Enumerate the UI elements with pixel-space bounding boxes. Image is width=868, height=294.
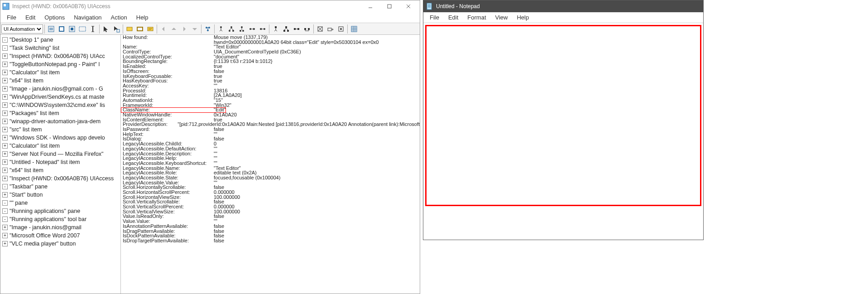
toolbar-flash-icon[interactable]: [315, 24, 325, 34]
expand-icon[interactable]: +: [2, 151, 8, 157]
tree-node[interactable]: -"Task Switching" list: [0, 44, 120, 52]
tree-node[interactable]: +"Inspect (HWND: 0x006A0B76) UIAccess: [0, 174, 120, 183]
property-row[interactable]: IsDropTargetPatternAvailable:false: [121, 238, 420, 243]
expand-icon[interactable]: +: [2, 192, 8, 198]
expand-icon[interactable]: +: [2, 119, 8, 124]
toolbar-watch-focus-icon[interactable]: [67, 24, 77, 34]
property-row[interactable]: Value.IsReadOnly:false: [121, 214, 420, 219]
property-row[interactable]: IsEnabled:true: [121, 64, 420, 69]
expand-icon[interactable]: +: [2, 70, 8, 75]
expand-icon[interactable]: +: [2, 168, 8, 173]
property-row[interactable]: AutomationId:"15": [121, 98, 420, 103]
expand-icon[interactable]: +: [2, 86, 8, 92]
toolbar-action-icon[interactable]: [326, 24, 336, 34]
expand-icon[interactable]: +: [2, 78, 8, 83]
property-row[interactable]: Scroll.VerticalViewSize:100.000000: [121, 209, 420, 214]
toolbar-last-child-icon[interactable]: [237, 24, 247, 34]
maximize-button[interactable]: [380, 1, 399, 11]
tree-node[interactable]: +"Packages" list item: [0, 109, 120, 117]
property-row[interactable]: ProcessId:13816: [121, 88, 420, 93]
expand-icon[interactable]: +: [2, 127, 8, 132]
expand-icon[interactable]: +: [2, 143, 8, 149]
np-menu-view[interactable]: View: [491, 13, 513, 22]
toolbar-focus-icon[interactable]: [336, 24, 346, 34]
menu-help[interactable]: Help: [132, 13, 153, 22]
tree-node[interactable]: +"Image - janukin.nios@gmail.com - G: [0, 85, 120, 93]
expand-icon[interactable]: +: [2, 111, 8, 116]
tree-node[interactable]: +"Windows SDK - Windows app develo: [0, 134, 120, 142]
menu-options[interactable]: Options: [40, 13, 69, 22]
tree-node[interactable]: +"x64" list item: [0, 166, 120, 174]
toolbar-first-child-icon[interactable]: [226, 24, 236, 34]
expand-icon[interactable]: +: [2, 135, 8, 140]
tree-node[interactable]: +"Start" button: [0, 191, 120, 199]
tree-node[interactable]: -"" pane: [0, 199, 120, 207]
menu-navigation[interactable]: Navigation: [69, 13, 106, 22]
toolbar-nav-down-icon[interactable]: [190, 24, 200, 34]
tree-node[interactable]: +"Calculator" list item: [0, 68, 120, 77]
tree-node[interactable]: -"Taskbar" pane: [0, 183, 120, 191]
toolbar-cursor-rect-icon[interactable]: [111, 24, 121, 34]
expand-icon[interactable]: +: [2, 176, 8, 181]
tree-node[interactable]: +"ToggleButtonNotepad.png - Paint" l: [0, 60, 120, 68]
toolbar-next-sibling-icon[interactable]: [247, 24, 257, 34]
close-button[interactable]: [399, 1, 418, 11]
collapse-icon[interactable]: -: [2, 184, 8, 189]
property-row[interactable]: IsAnnotationPatternAvailable:false: [121, 224, 420, 229]
expand-icon[interactable]: +: [2, 62, 8, 67]
tree-node[interactable]: +"Untitled - Notepad" list item: [0, 158, 120, 166]
collapse-icon[interactable]: -: [2, 217, 8, 222]
collapse-icon[interactable]: -: [2, 208, 8, 214]
toolbar-msaa-children-icon[interactable]: [281, 24, 291, 34]
property-row[interactable]: BoundingRectangle:{l:1139 t:63 r:2104 b:…: [121, 59, 420, 64]
property-row[interactable]: HelpText:"": [121, 132, 420, 137]
property-row[interactable]: HasKeyboardFocus:true: [121, 78, 420, 83]
toolbar-msaa-prev-icon[interactable]: [302, 24, 312, 34]
toolbar-msaa-parent-icon[interactable]: [271, 24, 281, 34]
uia-tree[interactable]: -"Desktop 1" pane-"Task Switching" list+…: [0, 35, 121, 294]
tree-node[interactable]: +"Server Not Found — Mozilla Firefox": [0, 150, 120, 158]
notepad-titlebar[interactable]: Untitled - Notepad: [423, 0, 703, 12]
collapse-icon[interactable]: -: [2, 45, 8, 51]
toolbar-nav-forward-icon[interactable]: [179, 24, 189, 34]
toolbar-show-highlight-icon[interactable]: [135, 24, 145, 34]
property-row[interactable]: AccessKey:"": [121, 83, 420, 88]
toolbar-nav-up-icon[interactable]: [169, 24, 179, 34]
np-menu-help[interactable]: Help: [512, 13, 533, 22]
tree-node[interactable]: +"Microsoft Office Word 2007: [0, 231, 120, 240]
expand-icon[interactable]: +: [2, 241, 8, 246]
np-menu-format[interactable]: Format: [463, 13, 490, 22]
property-row[interactable]: LegacyIAccessible.DefaultAction:"": [121, 146, 420, 151]
property-row[interactable]: FrameworkId:"Win32": [121, 103, 420, 108]
tree-node[interactable]: +"src" list item: [0, 125, 120, 134]
expand-icon[interactable]: +: [2, 53, 8, 59]
tree-node[interactable]: +"x64" list item: [0, 77, 120, 85]
automation-mode-select[interactable]: UI Automation: [1, 24, 43, 34]
toolbar-prev-sibling-icon[interactable]: [258, 24, 268, 34]
property-row[interactable]: hwnd=0x00000000001A0A20 64bit class="Edi…: [121, 40, 420, 45]
toolbar-nav-back-icon[interactable]: [158, 24, 168, 34]
toolbar-capture-icon[interactable]: [349, 24, 359, 34]
toolbar-highlight-rect-icon[interactable]: [125, 24, 134, 34]
tree-node[interactable]: +"winapp-driver-automation-java-dem: [0, 117, 120, 125]
tree-node[interactable]: +"C:\WINDOWS\system32\cmd.exe" lis: [0, 101, 120, 109]
tree-node[interactable]: +"WinAppDriver/SendKeys.cs at maste: [0, 93, 120, 101]
property-row[interactable]: LegacyIAccessible.KeyboardShortcut:"": [121, 161, 420, 166]
toolbar-watch-caret-icon[interactable]: [77, 24, 87, 34]
toolbar-msaa-next-icon[interactable]: [292, 24, 302, 34]
tree-node[interactable]: +"Inspect (HWND: 0x006A0B76) UIAcc: [0, 52, 120, 60]
expand-icon[interactable]: +: [2, 225, 8, 230]
property-row[interactable]: RuntimeId:[2A.1A0A20]: [121, 93, 420, 98]
expand-icon[interactable]: +: [2, 94, 8, 100]
menu-edit[interactable]: Edit: [21, 13, 40, 22]
tree-node[interactable]: +"Calculator" list item: [0, 142, 120, 150]
expand-icon[interactable]: +: [2, 159, 8, 165]
menu-action[interactable]: Action: [106, 13, 132, 22]
property-row[interactable]: NativeWindowHandle:0x1A0A20: [121, 112, 420, 117]
toolbar-tree-focus-icon[interactable]: [203, 24, 213, 34]
minimize-button[interactable]: [361, 1, 380, 11]
notepad-text-editor[interactable]: [425, 25, 701, 206]
menu-file[interactable]: File: [2, 13, 21, 22]
tree-node[interactable]: -"Desktop 1" pane: [0, 36, 120, 44]
np-menu-edit[interactable]: Edit: [444, 13, 463, 22]
